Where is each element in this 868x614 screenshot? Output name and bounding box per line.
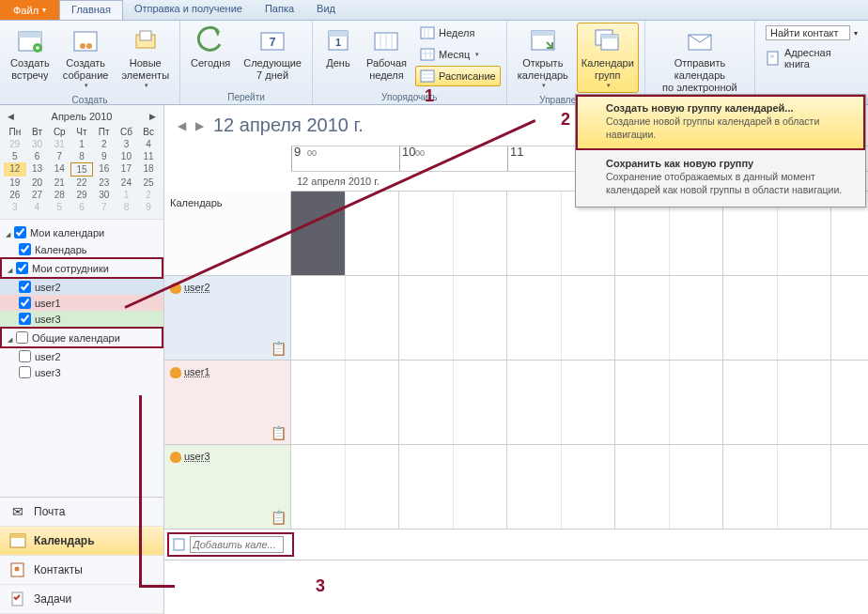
cell[interactable] [399,361,454,444]
d[interactable]: 8 [70,150,93,162]
d[interactable]: 9 [137,201,160,213]
tab-send-receive[interactable]: Отправка и получение [123,0,254,20]
d[interactable]: 30 [26,138,49,150]
d-selected[interactable]: 12 [4,162,26,177]
cell[interactable] [670,445,724,529]
d[interactable]: 8 [116,201,138,213]
d[interactable]: 5 [48,201,70,213]
day-view-button[interactable]: 1 День [318,23,358,72]
cell[interactable] [454,276,508,360]
cell[interactable] [346,361,400,444]
cal-item-shared-user3[interactable]: user3 [0,364,163,380]
d[interactable]: 22 [70,177,93,189]
new-meeting-group-button[interactable]: Создать собрание [58,23,114,93]
cell[interactable] [615,361,670,444]
cell[interactable] [507,276,562,360]
tab-folder[interactable]: Папка [254,0,305,20]
d[interactable]: 3 [116,138,138,150]
cell[interactable] [562,361,616,444]
cell[interactable] [615,276,670,360]
d[interactable]: 28 [48,189,70,201]
d[interactable]: 6 [70,201,93,213]
new-items-button[interactable]: Новые элементы [116,23,174,93]
checkbox[interactable] [14,226,26,238]
next7days-button[interactable]: 7 Следующие 7 дней [239,23,306,84]
d[interactable]: 24 [116,177,138,189]
open-calendar-button[interactable]: Открыть календарь [513,23,573,93]
cell[interactable] [399,276,454,360]
d[interactable]: 29 [4,138,26,150]
next-day-button[interactable]: ▶ [195,119,204,132]
workweek-view-button[interactable]: Рабочая неделя [362,23,411,84]
d[interactable]: 21 [48,177,70,189]
new-meeting-button[interactable]: Создать встречу [6,23,54,84]
d[interactable]: 26 [4,189,26,201]
checkbox[interactable] [16,331,28,344]
d[interactable]: 11 [137,150,160,162]
cal-item-user3[interactable]: user3 [0,311,163,327]
cell[interactable] [778,361,832,444]
d[interactable]: 4 [137,138,160,150]
cal-item-calendar[interactable]: Календарь [0,241,163,257]
group-coworkers[interactable]: Мои сотрудники [0,257,163,279]
cells[interactable] [291,276,868,360]
d[interactable]: 20 [26,177,49,189]
schedule-view-button[interactable]: Расписание [415,66,501,86]
cell[interactable] [454,445,508,529]
cell[interactable] [346,445,400,529]
cell[interactable] [562,276,616,360]
permissions-icon[interactable]: 📋 [271,510,287,525]
cell[interactable] [399,445,454,529]
d[interactable]: 23 [93,177,116,189]
cell[interactable] [291,192,346,275]
d[interactable]: 30 [93,189,116,201]
tab-home[interactable]: Главная [59,0,123,20]
checkbox[interactable] [19,281,31,293]
prev-day-button[interactable]: ◀ [178,119,186,132]
cell[interactable] [615,445,670,529]
d[interactable]: 19 [4,177,26,189]
dropdown-save-group[interactable]: Сохранить как новую группу Сохранение от… [576,150,865,206]
tab-view[interactable]: Вид [305,0,347,20]
d[interactable]: 17 [116,162,138,177]
checkbox[interactable] [19,243,31,255]
cell[interactable] [723,445,778,529]
cell[interactable] [778,276,832,360]
d[interactable]: 2 [137,189,160,201]
cell[interactable] [507,192,562,275]
tab-file[interactable]: Файл [0,0,59,20]
d[interactable]: 2 [93,138,116,150]
d-today[interactable]: 15 [70,162,93,177]
d[interactable]: 7 [48,150,70,162]
d[interactable]: 3 [4,201,26,213]
calendar-groups-button[interactable]: Календари групп [577,23,639,93]
cal-item-user2[interactable]: user2 [0,279,163,295]
find-contact-input[interactable]: Найти контакт ▾ [761,23,862,43]
d[interactable]: 31 [48,138,70,150]
address-book-button[interactable]: Адресная книга [761,44,862,72]
d[interactable]: 18 [137,162,160,177]
d[interactable]: 16 [93,162,116,177]
cell[interactable] [291,361,346,444]
d[interactable]: 27 [26,189,49,201]
month-view-button[interactable]: Месяц [415,44,501,65]
permissions-icon[interactable]: 📋 [271,341,287,356]
group-my-calendars[interactable]: Мои календари [0,223,163,241]
d[interactable]: 10 [116,150,138,162]
next-month-button[interactable]: ▶ [149,112,156,121]
checkbox[interactable] [19,313,31,325]
cal-item-user1[interactable]: user1 [0,295,163,311]
permissions-icon[interactable]: 📋 [271,425,287,440]
d[interactable]: 4 [26,201,49,213]
cell[interactable] [670,276,724,360]
nav-tasks[interactable]: Задачи [0,585,163,614]
prev-month-button[interactable]: ◀ [8,112,14,121]
cell[interactable] [507,445,562,529]
cell[interactable] [562,445,616,529]
cell[interactable] [778,445,832,529]
d[interactable]: 25 [137,177,160,189]
d[interactable]: 14 [48,162,70,177]
d[interactable]: 6 [26,150,49,162]
cell[interactable] [670,361,724,444]
checkbox[interactable] [19,366,31,378]
